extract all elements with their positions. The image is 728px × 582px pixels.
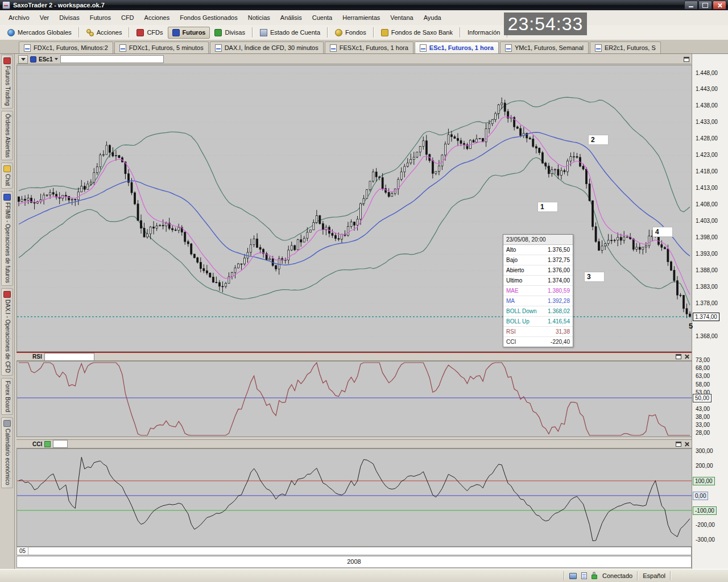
window-controls [684, 1, 726, 10]
window-title: SaxoTrader 2 - workspace.ok.7 [13, 2, 105, 9]
rsi-label: RSI [32, 354, 42, 360]
row-value: 1.376,00 [548, 265, 570, 275]
axis-tick-label: 43,00 [694, 405, 712, 413]
tab-label: FESXc1, Futuros, 1 hora [340, 44, 408, 51]
estado-de-cuenta-button[interactable]: Estado de Cuenta [255, 27, 325, 39]
saxo-funds-icon [381, 29, 388, 36]
sidebar-item-label: Futuros Trading [5, 66, 10, 106]
log-icon[interactable] [581, 572, 587, 579]
menu-archivo[interactable]: Archivo [3, 12, 35, 23]
sidebar-item-calendario[interactable]: Calendario económico [1, 417, 13, 488]
tab-ymc1-semanal[interactable]: YMc1, Futuros, Semanal [500, 41, 589, 53]
axis-tick-label: 1.383,00 [694, 283, 719, 290]
lock-icon[interactable] [592, 572, 598, 580]
row-label: RSI [506, 327, 516, 336]
axis-tick-label: 1.398,00 [694, 234, 719, 241]
menu-futuros[interactable]: Futuros [85, 12, 116, 23]
cfds-button[interactable]: CFDs [132, 27, 167, 39]
data-window-row: MAE1.380,59 [503, 286, 573, 296]
menu-ventana[interactable]: Ventana [385, 12, 418, 23]
axis-tick-label: 33,00 [694, 421, 712, 429]
fx-icon [214, 29, 222, 36]
monitor-icon[interactable] [569, 573, 577, 579]
restore-window-icon[interactable] [684, 57, 689, 62]
annotation-4: 4 [653, 227, 672, 236]
tab-fesxc1-1hora[interactable]: FESXc1, Futuros, 1 hora [325, 41, 413, 53]
menu-herramientas[interactable]: Herramientas [337, 12, 385, 23]
instrument-icon [30, 56, 36, 63]
menu-cuenta[interactable]: Cuenta [307, 12, 337, 23]
cci-close-icon[interactable] [684, 441, 690, 447]
menu-divisas[interactable]: Divisas [54, 12, 84, 23]
ohlc-data-window: 23/05/08, 20:00 Alto1.376,50 Bajo1.372,7… [503, 234, 573, 347]
data-window-row: Alto1.376,50 [503, 245, 573, 255]
cci-input[interactable] [53, 440, 68, 448]
symbol-label[interactable]: ESc1 [39, 56, 52, 63]
fondos-label: Fondos [345, 29, 366, 36]
sidebar-item-ordenes-abiertas[interactable]: Órdenes Abiertas [1, 111, 13, 160]
axis-tick-label: -200,00 [694, 521, 717, 529]
main-price-chart[interactable] [16, 65, 693, 352]
acciones-button[interactable]: Acciones [82, 27, 127, 39]
row-label: BOLL Up [506, 317, 530, 326]
chevron-down-icon [21, 58, 26, 61]
sidebar-item-forex-board[interactable]: Forex Board [1, 378, 13, 415]
sidebar-item-label: Órdenes Abiertas [5, 114, 10, 157]
sidebar-item-ffim8[interactable]: FFIM8 - Operaciones de futuros [1, 191, 13, 286]
rsi-indicator-chart[interactable] [16, 361, 693, 437]
cci-restore-icon[interactable] [676, 442, 681, 447]
cci-indicator-chart[interactable] [16, 448, 693, 547]
mercados-globales-button[interactable]: Mercados Globales [3, 27, 76, 39]
cci-color-swatch [44, 441, 51, 447]
close-button[interactable] [713, 1, 726, 10]
sidebar-item-futuros-trading[interactable]: Futuros Trading [1, 55, 13, 109]
menu-bar: Archivo Ver Divisas Futuros CFD Acciones… [0, 10, 728, 26]
row-value: 1.392,28 [548, 296, 570, 306]
sidebar-item-daxi-cfd[interactable]: DAX.I - Operaciones de CFD [1, 288, 13, 376]
calendar-icon [3, 420, 11, 427]
tab-label: ER2c1, Futuros, S [605, 44, 656, 51]
fondos-saxo-bank-button[interactable]: Fondos de Saxo Bank [377, 27, 457, 39]
price-axis[interactable]: 1.448,001.443,001.438,001.433,001.428,00… [692, 53, 728, 569]
language-label[interactable]: Español [643, 572, 665, 579]
axis-tick-label: 1.448,00 [694, 69, 719, 77]
minimize-icon [689, 6, 693, 7]
symbol-chevron-down-icon[interactable] [55, 58, 58, 60]
rsi-close-icon[interactable] [684, 354, 690, 360]
chart-toolbar-input[interactable] [60, 55, 164, 63]
tab-fdxc1-minutos2[interactable]: FDXc1, Futuros, Minutos:2 [19, 41, 113, 53]
maximize-button[interactable] [698, 1, 712, 10]
axis-tick-label: 1.438,00 [694, 102, 719, 109]
time-axis[interactable]: 05 [16, 547, 692, 555]
futuros-button[interactable]: Futuros [168, 27, 210, 39]
minimize-button[interactable] [684, 1, 698, 10]
tab-er2c1[interactable]: ER2c1, Futuros, S [590, 41, 661, 53]
menu-acciones[interactable]: Acciones [139, 12, 175, 23]
rsi-input[interactable] [44, 353, 94, 361]
row-label: MAE [506, 286, 519, 296]
menu-ver[interactable]: Ver [35, 12, 55, 23]
divisas-button[interactable]: Divisas [210, 27, 249, 39]
tab-fdxc1-5minutos[interactable]: FDXc1, Futuros, 5 minutos [114, 41, 209, 53]
rsi-restore-icon[interactable] [676, 354, 681, 359]
data-window-row: BOLL Down1.368,02 [503, 306, 573, 317]
menu-noticias[interactable]: Noticias [243, 12, 275, 23]
tab-label: ESc1, Futuros, 1 hora [429, 44, 494, 51]
menu-ayuda[interactable]: Ayuda [419, 12, 446, 23]
menu-analisis[interactable]: Análisis [275, 12, 307, 23]
statusbar-separator [637, 571, 638, 580]
clock-display: 23:54:33 [504, 13, 587, 35]
informacion-button[interactable]: Información [463, 27, 504, 38]
annotation-5: 5 [689, 322, 693, 330]
tab-daxi-30minutos[interactable]: DAX.I, Índice de CFD, 30 minutos [210, 41, 324, 53]
cci-label: CCI [32, 441, 42, 447]
menu-fondos-gestionados[interactable]: Fondos Gestionados [175, 12, 243, 23]
row-value: 1.416,54 [548, 317, 570, 326]
axis-tick-label: 1.378,00 [694, 300, 719, 307]
fondos-button[interactable]: Fondos [330, 27, 371, 39]
chart-dropdown-button[interactable] [18, 55, 28, 64]
tab-esc1-1hora[interactable]: ESc1, Futuros, 1 hora [415, 41, 499, 53]
sidebar-item-chat[interactable]: Chat [1, 163, 13, 189]
menu-cfd[interactable]: CFD [116, 12, 139, 23]
fondos-saxo-bank-label: Fondos de Saxo Bank [391, 29, 453, 36]
